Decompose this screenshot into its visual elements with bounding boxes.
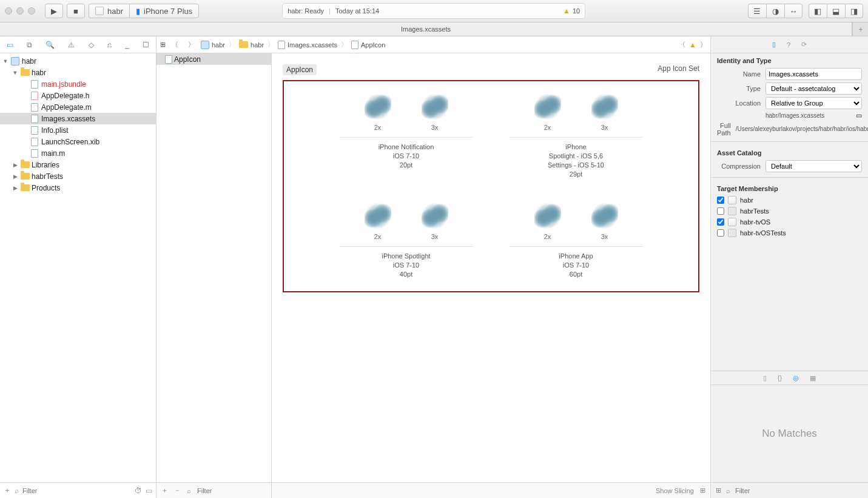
- debug-navigator-icon[interactable]: ⎌: [107, 41, 112, 49]
- scheme-target[interactable]: habr: [89, 4, 129, 18]
- stop-button[interactable]: ■: [67, 4, 85, 18]
- warning-count[interactable]: ▲ 10: [563, 7, 580, 15]
- toggle-debug-button[interactable]: ⬓: [827, 4, 845, 18]
- asset-item-label: AppIcon: [174, 55, 201, 64]
- object-library-icon[interactable]: ◎: [793, 374, 799, 382]
- traffic-lights: [5, 7, 35, 15]
- related-items-icon[interactable]: ⊞: [160, 41, 166, 49]
- attributes-inspector-icon[interactable]: ⟳: [801, 41, 807, 49]
- target-membership-row: habr: [711, 195, 868, 206]
- media-library-icon[interactable]: ▦: [810, 374, 816, 382]
- document-tabbar: Images.xcassets ＋: [0, 22, 868, 36]
- target-checkbox[interactable]: [717, 218, 724, 226]
- quickhelp-inspector-icon[interactable]: ?: [787, 41, 790, 49]
- scheme-target-label: habr: [107, 7, 123, 16]
- choose-location-icon[interactable]: ▭: [856, 112, 862, 119]
- scm-filter-icon[interactable]: ▭: [146, 486, 152, 495]
- new-tab-button[interactable]: ＋: [852, 22, 868, 36]
- identity-section-header: Identity and Type: [711, 53, 868, 67]
- canvas-bottom-bar: Show Slicing ⊞: [272, 482, 710, 498]
- issue-warning-icon[interactable]: ▲: [689, 41, 696, 49]
- report-navigator-icon[interactable]: ☐: [143, 41, 149, 49]
- tree-file[interactable]: main.m: [0, 147, 156, 159]
- toggle-inspector-button[interactable]: ◨: [845, 4, 863, 18]
- file-template-library-icon[interactable]: ▯: [763, 374, 767, 382]
- target-checkbox[interactable]: [717, 229, 724, 237]
- toggle-navigator-button[interactable]: ◧: [809, 4, 827, 18]
- tree-project[interactable]: ▼habr: [0, 55, 156, 67]
- scheme-selector[interactable]: habr ▮ iPhone 7 Plus: [89, 4, 199, 18]
- crumb-project[interactable]: habr: [212, 41, 225, 49]
- issue-navigator-icon[interactable]: ⚠: [68, 41, 75, 49]
- icon-slot[interactable]: 2x: [534, 203, 561, 240]
- run-button[interactable]: ▶: [45, 4, 63, 18]
- tree-group[interactable]: ▼habr: [0, 67, 156, 78]
- icon-slot-description: iPhone NotificationiOS 7-1020pt: [340, 143, 473, 170]
- recent-filter-icon[interactable]: ⏱: [135, 486, 142, 495]
- breakpoint-navigator-icon[interactable]: ⎯: [125, 41, 129, 49]
- minimize-window-icon[interactable]: [16, 7, 24, 15]
- next-issue-icon[interactable]: 〉: [700, 40, 707, 49]
- icon-slot[interactable]: 3x: [422, 203, 448, 240]
- location-select[interactable]: Relative to Group: [765, 97, 862, 109]
- asset-item-appicon[interactable]: AppIcon: [156, 53, 271, 65]
- close-window-icon[interactable]: [5, 7, 12, 15]
- crumb-group[interactable]: habr: [251, 41, 264, 49]
- icon-slot[interactable]: 3x: [591, 203, 618, 240]
- target-membership-row: habr-tvOSTests: [711, 227, 868, 238]
- main-body: ▭ ⧉ 🔍 ⚠ ◇ ⎌ ⎯ ☐ ▼habr▼habrmain.jsbundleA…: [0, 36, 868, 498]
- name-field[interactable]: [765, 68, 862, 80]
- scheme-device[interactable]: ▮ iPhone 7 Plus: [129, 4, 199, 18]
- tree-folder[interactable]: ▶Products: [0, 182, 156, 193]
- iconset-kind: App Icon Set: [658, 64, 699, 75]
- tree-folder[interactable]: ▶habrTests: [0, 170, 156, 182]
- assistant-editor-button[interactable]: ◑: [766, 4, 784, 18]
- library-grid-icon[interactable]: ⊞: [716, 486, 721, 494]
- document-tab[interactable]: Images.xcassets: [0, 22, 852, 36]
- iconset-icon: [351, 41, 358, 49]
- standard-editor-button[interactable]: ☰: [748, 4, 766, 18]
- tree-file[interactable]: AppDelegate.h: [0, 90, 156, 101]
- tree-file[interactable]: main.jsbundle: [0, 78, 156, 90]
- zoom-window-icon[interactable]: [28, 7, 35, 15]
- crumb-iconset[interactable]: AppIcon: [361, 41, 385, 49]
- icon-slot[interactable]: 2x: [365, 203, 391, 240]
- remove-asset-icon[interactable]: －: [174, 486, 181, 495]
- tree-file[interactable]: Images.xcassets: [0, 113, 156, 124]
- tree-file[interactable]: LaunchScreen.xib: [0, 136, 156, 147]
- library-filter-icon: ⌕: [726, 487, 730, 494]
- type-select[interactable]: Default - assetcatalog: [765, 82, 862, 95]
- tree-folder[interactable]: ▶Libraries: [0, 159, 156, 170]
- find-navigator-icon[interactable]: 🔍: [45, 41, 55, 49]
- tree-file[interactable]: AppDelegate.m: [0, 101, 156, 113]
- project-navigator-icon[interactable]: ▭: [7, 41, 13, 49]
- back-button-icon[interactable]: 〈: [168, 40, 182, 49]
- navigator-tabs: ▭ ⧉ 🔍 ⚠ ◇ ⎌ ⎯ ☐: [0, 36, 156, 53]
- grid-view-icon[interactable]: ⊞: [700, 486, 705, 494]
- location-label: Location: [717, 99, 761, 107]
- icon-slot[interactable]: 3x: [591, 93, 618, 131]
- target-checkbox[interactable]: [717, 197, 724, 204]
- file-inspector-icon[interactable]: ▯: [772, 41, 776, 49]
- crumb-asset[interactable]: Images.xcassets: [288, 41, 337, 49]
- icon-slot-group: 2x3xiPhoneSpotlight - iOS 5,6Settings - …: [510, 93, 643, 178]
- add-asset-icon[interactable]: ＋: [161, 486, 168, 495]
- icon-slot[interactable]: 2x: [534, 93, 561, 131]
- show-slicing-button[interactable]: Show Slicing: [656, 487, 694, 494]
- forward-button-icon[interactable]: 〉: [184, 40, 198, 49]
- tree-file[interactable]: Info.plist: [0, 124, 156, 136]
- add-button-icon[interactable]: ＋: [4, 485, 11, 496]
- code-snippet-library-icon[interactable]: {}: [778, 374, 782, 382]
- symbol-navigator-icon[interactable]: ⧉: [27, 41, 32, 49]
- target-label: habr-tvOSTests: [740, 229, 786, 237]
- navigator-filter-input[interactable]: [22, 487, 131, 494]
- target-checkbox[interactable]: [717, 207, 724, 215]
- test-navigator-icon[interactable]: ◇: [89, 41, 94, 49]
- compression-select[interactable]: Default: [765, 160, 862, 172]
- prev-issue-icon[interactable]: 〈: [679, 40, 685, 49]
- version-editor-button[interactable]: ↔: [784, 4, 802, 18]
- icon-slot[interactable]: 2x: [365, 93, 391, 131]
- icon-slot[interactable]: 3x: [422, 93, 448, 131]
- file-tree: ▼habr▼habrmain.jsbundleAppDelegate.hAppD…: [0, 53, 156, 482]
- library-filter-input[interactable]: [735, 487, 863, 494]
